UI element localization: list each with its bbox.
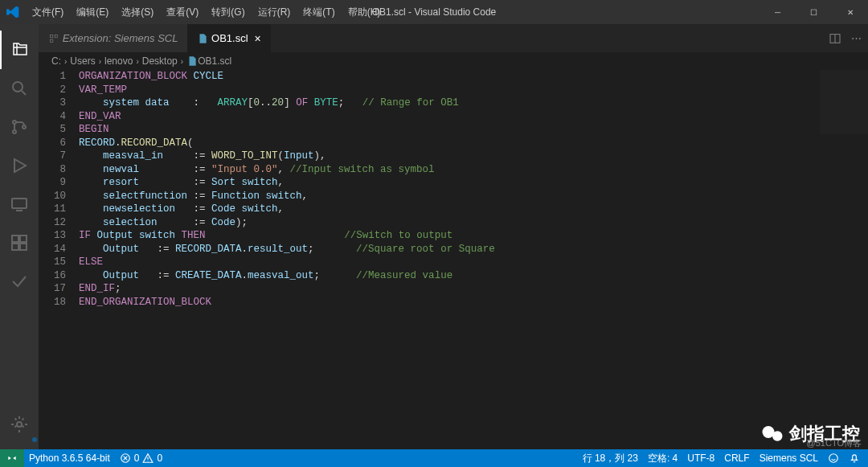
tab-actions: ⋯ (822, 24, 868, 52)
breadcrumb-seg[interactable]: Desktop (142, 55, 178, 67)
svg-rect-7 (12, 244, 18, 250)
status-right: 行 18，列 23 空格: 4 UTF-8 CRLF Siemens SCL (578, 452, 865, 465)
vscode-logo-icon (6, 6, 19, 18)
window-title: OB1.scl - Visual Studio Code (372, 6, 497, 18)
error-count: 0 (134, 453, 140, 464)
line-number-gutter: 123456789101112131415161718 (39, 70, 79, 450)
code-line[interactable]: ELSE (79, 256, 868, 269)
tab-extension[interactable]: Extension: Siemens SCL (39, 24, 187, 52)
menu-view[interactable]: 查看(V) (160, 6, 205, 19)
menu-select[interactable]: 选择(S) (115, 6, 160, 19)
tabs-bar: Extension: Siemens SCL OB1.scl × ⋯ (39, 24, 868, 52)
svg-rect-6 (20, 236, 27, 242)
minimap[interactable] (820, 70, 868, 134)
window-controls: ─ ☐ ✕ (760, 0, 868, 24)
svg-rect-12 (50, 39, 53, 43)
feedback-icon[interactable] (823, 452, 844, 465)
extension-icon (48, 33, 59, 44)
close-window-button[interactable]: ✕ (832, 0, 868, 24)
problems-status[interactable]: 0 0 (115, 453, 167, 464)
breadcrumb-seg[interactable]: C: (51, 55, 61, 67)
language-mode-status[interactable]: Siemens SCL (755, 452, 823, 465)
explorer-icon[interactable] (0, 31, 39, 69)
search-icon[interactable] (0, 69, 39, 108)
main-content: Extension: Siemens SCL OB1.scl × ⋯ C:› U… (0, 24, 868, 450)
code-line[interactable]: END_IF; (79, 282, 868, 296)
code-line[interactable]: measval_in := WORD_TO_INT(Input), (79, 150, 868, 163)
indent-status[interactable]: 空格: 4 (643, 452, 682, 465)
minimize-button[interactable]: ─ (760, 0, 796, 24)
code-line[interactable]: newselection := Code switch, (79, 203, 868, 216)
run-debug-icon[interactable] (0, 146, 39, 185)
menu-go[interactable]: 转到(G) (205, 6, 251, 19)
activity-bottom (0, 405, 39, 444)
svg-point-1 (13, 121, 16, 124)
svg-rect-4 (12, 199, 27, 208)
menu-run[interactable]: 运行(R) (252, 6, 297, 19)
title-bar: 文件(F) 编辑(E) 选择(S) 查看(V) 转到(G) 运行(R) 终端(T… (0, 0, 868, 24)
tab-label: OB1.scl (211, 32, 248, 44)
remote-explorer-icon[interactable] (0, 185, 39, 223)
maximize-button[interactable]: ☐ (796, 0, 832, 24)
code-line[interactable]: IF Output switch THEN //Switch to output (79, 229, 868, 243)
settings-gear-icon[interactable] (0, 405, 39, 444)
chevron-right-icon: › (136, 57, 138, 66)
code-line[interactable]: newval := "Input 0.0", //Input switch as… (79, 163, 868, 177)
python-version-status[interactable]: Python 3.6.5 64-bit (24, 453, 115, 464)
eol-status[interactable]: CRLF (719, 452, 754, 465)
svg-point-0 (13, 82, 23, 92)
breadcrumb-seg[interactable]: lenovo (104, 55, 133, 67)
code-line[interactable]: BEGIN (79, 123, 868, 137)
error-icon (120, 453, 131, 464)
chevron-right-icon: › (64, 57, 67, 66)
close-tab-icon[interactable]: × (255, 32, 261, 45)
code-line[interactable]: END_VAR (79, 110, 868, 124)
svg-rect-5 (12, 236, 18, 242)
split-editor-icon[interactable] (829, 32, 841, 45)
breadcrumb-seg[interactable]: OB1.scl (198, 55, 231, 67)
live-share-icon[interactable] (0, 262, 39, 301)
breadcrumb[interactable]: C:› Users› lenovo› Desktop› OB1.scl (39, 52, 868, 70)
cursor-position-status[interactable]: 行 18，列 23 (578, 452, 643, 465)
menu-edit[interactable]: 编辑(E) (70, 6, 115, 19)
activity-bar (0, 24, 39, 450)
code-line[interactable]: Output := CREATE_DATA.measval_out; //Mea… (79, 269, 868, 283)
notifications-icon[interactable] (844, 452, 865, 465)
code-content[interactable]: ORGANIZATION_BLOCK CYCLEVAR_TEMP system … (79, 70, 868, 450)
menu-bar: 文件(F) 编辑(E) 选择(S) 查看(V) 转到(G) 运行(R) 终端(T… (26, 6, 387, 19)
status-bar: Python 3.6.5 64-bit 0 0 行 18，列 23 空格: 4 … (0, 449, 868, 467)
code-line[interactable]: RECORD.RECORD_DATA( (79, 137, 868, 150)
file-icon (186, 55, 198, 67)
code-line[interactable]: selectfunction := Function switch, (79, 190, 868, 203)
tab-label: Extension: Siemens SCL (63, 32, 178, 44)
chevron-right-icon: › (99, 57, 101, 66)
encoding-status[interactable]: UTF-8 (682, 452, 719, 465)
code-line[interactable]: system data : ARRAY[0..20] OF BYTE; // R… (79, 96, 868, 110)
svg-rect-8 (20, 244, 27, 250)
editor-area: Extension: Siemens SCL OB1.scl × ⋯ C:› U… (39, 24, 868, 450)
file-icon (197, 33, 208, 44)
code-line[interactable]: END_ORGANIZATION_BLOCK (79, 296, 868, 309)
breadcrumb-seg[interactable]: Users (70, 55, 95, 67)
svg-point-15 (829, 454, 838, 463)
svg-point-3 (23, 125, 26, 129)
source-control-icon[interactable] (0, 108, 39, 146)
menu-file[interactable]: 文件(F) (26, 6, 70, 19)
code-line[interactable]: ORGANIZATION_BLOCK CYCLE (79, 70, 868, 84)
smile-icon (828, 453, 839, 464)
warning-icon (142, 453, 154, 464)
code-line[interactable]: Output := RECORD_DATA.result_out; //Squa… (79, 243, 868, 256)
remote-icon (6, 453, 18, 464)
extensions-icon[interactable] (0, 223, 39, 262)
code-line[interactable]: resort := Sort switch, (79, 176, 868, 190)
remote-status-button[interactable] (0, 449, 24, 467)
svg-rect-11 (55, 35, 58, 38)
warning-count: 0 (157, 453, 162, 464)
code-line[interactable]: VAR_TEMP (79, 84, 868, 97)
code-editor[interactable]: 123456789101112131415161718 ORGANIZATION… (39, 70, 868, 450)
tab-ob1[interactable]: OB1.scl × (187, 24, 270, 52)
more-actions-icon[interactable]: ⋯ (851, 32, 862, 44)
svg-point-9 (17, 422, 22, 427)
menu-terminal[interactable]: 终端(T) (297, 6, 341, 19)
code-line[interactable]: selection := Code); (79, 216, 868, 230)
